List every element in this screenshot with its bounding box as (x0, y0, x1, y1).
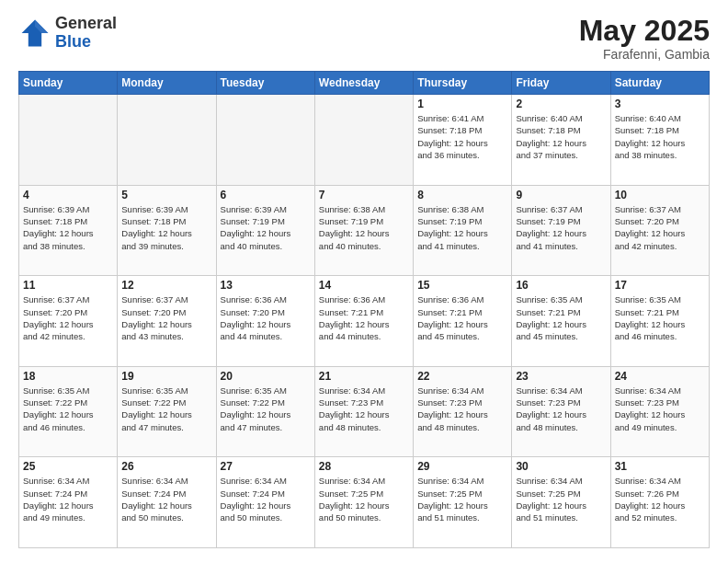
calendar-day-cell: 5Sunrise: 6:39 AM Sunset: 7:18 PM Daylig… (118, 185, 216, 276)
calendar-day-cell (118, 95, 216, 186)
day-info: Sunrise: 6:38 AM Sunset: 7:19 PM Dayligh… (319, 203, 409, 252)
day-info: Sunrise: 6:40 AM Sunset: 7:18 PM Dayligh… (516, 112, 606, 161)
day-number: 13 (221, 279, 311, 292)
day-info: Sunrise: 6:41 AM Sunset: 7:18 PM Dayligh… (417, 112, 507, 161)
calendar-day-cell: 2Sunrise: 6:40 AM Sunset: 7:18 PM Daylig… (512, 95, 610, 186)
calendar-day-cell: 30Sunrise: 6:34 AM Sunset: 7:25 PM Dayli… (512, 457, 610, 548)
calendar-table: SundayMondayTuesdayWednesdayThursdayFrid… (18, 71, 710, 548)
day-number: 4 (23, 189, 113, 201)
weekday-header: Sunday (19, 72, 118, 95)
day-info: Sunrise: 6:39 AM Sunset: 7:18 PM Dayligh… (121, 203, 211, 252)
day-info: Sunrise: 6:34 AM Sunset: 7:24 PM Dayligh… (221, 475, 311, 523)
day-number: 28 (319, 460, 409, 473)
calendar-day-cell: 25Sunrise: 6:34 AM Sunset: 7:24 PM Dayli… (19, 457, 118, 548)
calendar-day-cell: 13Sunrise: 6:36 AM Sunset: 7:20 PM Dayli… (216, 276, 314, 367)
calendar-day-cell: 17Sunrise: 6:35 AM Sunset: 7:21 PM Dayli… (610, 276, 709, 367)
calendar-day-cell: 1Sunrise: 6:41 AM Sunset: 7:18 PM Daylig… (414, 95, 512, 186)
day-number: 11 (23, 279, 113, 292)
day-info: Sunrise: 6:34 AM Sunset: 7:25 PM Dayligh… (319, 475, 409, 523)
day-number: 1 (417, 98, 507, 110)
calendar-header-row: SundayMondayTuesdayWednesdayThursdayFrid… (19, 72, 710, 95)
calendar-day-cell: 21Sunrise: 6:34 AM Sunset: 7:23 PM Dayli… (314, 366, 413, 457)
day-info: Sunrise: 6:35 AM Sunset: 7:22 PM Dayligh… (121, 385, 211, 433)
day-number: 9 (516, 189, 606, 201)
day-info: Sunrise: 6:35 AM Sunset: 7:22 PM Dayligh… (23, 385, 113, 433)
logo-general: General (55, 14, 117, 32)
day-info: Sunrise: 6:37 AM Sunset: 7:19 PM Dayligh… (516, 203, 606, 252)
calendar-day-cell: 11Sunrise: 6:37 AM Sunset: 7:20 PM Dayli… (19, 276, 118, 367)
day-number: 5 (121, 189, 211, 201)
calendar-day-cell: 22Sunrise: 6:34 AM Sunset: 7:23 PM Dayli… (414, 366, 512, 457)
day-number: 7 (319, 189, 409, 201)
day-number: 30 (516, 460, 606, 473)
weekday-header: Wednesday (314, 72, 413, 95)
calendar-day-cell: 7Sunrise: 6:38 AM Sunset: 7:19 PM Daylig… (314, 185, 413, 276)
calendar-day-cell: 26Sunrise: 6:34 AM Sunset: 7:24 PM Dayli… (118, 457, 216, 548)
weekday-header: Saturday (610, 72, 709, 95)
calendar-day-cell: 18Sunrise: 6:35 AM Sunset: 7:22 PM Dayli… (19, 366, 118, 457)
day-info: Sunrise: 6:34 AM Sunset: 7:24 PM Dayligh… (121, 475, 211, 523)
calendar-day-cell: 10Sunrise: 6:37 AM Sunset: 7:20 PM Dayli… (610, 185, 709, 276)
day-info: Sunrise: 6:39 AM Sunset: 7:19 PM Dayligh… (221, 203, 311, 252)
day-number: 31 (615, 460, 705, 473)
day-number: 15 (417, 279, 507, 292)
day-info: Sunrise: 6:38 AM Sunset: 7:19 PM Dayligh… (417, 203, 507, 252)
day-number: 25 (23, 460, 113, 473)
day-number: 29 (417, 460, 507, 473)
page: General Blue May 2025 Farafenni, Gambia … (0, 0, 728, 563)
calendar-day-cell: 29Sunrise: 6:34 AM Sunset: 7:25 PM Dayli… (414, 457, 512, 548)
day-info: Sunrise: 6:36 AM Sunset: 7:20 PM Dayligh… (221, 293, 311, 342)
day-number: 17 (615, 279, 705, 292)
calendar-day-cell: 16Sunrise: 6:35 AM Sunset: 7:21 PM Dayli… (512, 276, 610, 367)
calendar-week-row: 25Sunrise: 6:34 AM Sunset: 7:24 PM Dayli… (19, 457, 710, 548)
day-info: Sunrise: 6:34 AM Sunset: 7:23 PM Dayligh… (516, 385, 606, 433)
logo: General Blue (18, 15, 117, 52)
calendar-day-cell: 9Sunrise: 6:37 AM Sunset: 7:19 PM Daylig… (512, 185, 610, 276)
weekday-header: Monday (118, 72, 216, 95)
day-info: Sunrise: 6:40 AM Sunset: 7:18 PM Dayligh… (615, 112, 705, 161)
calendar-day-cell: 19Sunrise: 6:35 AM Sunset: 7:22 PM Dayli… (118, 366, 216, 457)
day-number: 3 (615, 98, 705, 110)
day-number: 24 (615, 370, 705, 383)
weekday-header: Tuesday (216, 72, 314, 95)
logo-blue: Blue (55, 32, 91, 51)
day-number: 18 (23, 370, 113, 383)
calendar-day-cell (314, 95, 413, 186)
logo-icon (18, 17, 51, 50)
subtitle: Farafenni, Gambia (579, 47, 710, 62)
day-info: Sunrise: 6:37 AM Sunset: 7:20 PM Dayligh… (615, 203, 705, 252)
calendar-day-cell: 6Sunrise: 6:39 AM Sunset: 7:19 PM Daylig… (216, 185, 314, 276)
day-info: Sunrise: 6:35 AM Sunset: 7:22 PM Dayligh… (221, 385, 311, 433)
day-number: 8 (417, 189, 507, 201)
day-info: Sunrise: 6:34 AM Sunset: 7:24 PM Dayligh… (23, 475, 113, 523)
calendar-day-cell (19, 95, 118, 186)
day-info: Sunrise: 6:34 AM Sunset: 7:23 PM Dayligh… (417, 385, 507, 433)
calendar-day-cell: 4Sunrise: 6:39 AM Sunset: 7:18 PM Daylig… (19, 185, 118, 276)
day-number: 10 (615, 189, 705, 201)
day-info: Sunrise: 6:35 AM Sunset: 7:21 PM Dayligh… (615, 293, 705, 342)
header: General Blue May 2025 Farafenni, Gambia (18, 15, 710, 62)
calendar-week-row: 4Sunrise: 6:39 AM Sunset: 7:18 PM Daylig… (19, 185, 710, 276)
weekday-header: Thursday (414, 72, 512, 95)
day-number: 2 (516, 98, 606, 110)
day-info: Sunrise: 6:34 AM Sunset: 7:23 PM Dayligh… (319, 385, 409, 433)
calendar-day-cell: 14Sunrise: 6:36 AM Sunset: 7:21 PM Dayli… (314, 276, 413, 367)
weekday-header: Friday (512, 72, 610, 95)
month-title: May 2025 (579, 15, 710, 47)
day-info: Sunrise: 6:36 AM Sunset: 7:21 PM Dayligh… (417, 293, 507, 342)
calendar-week-row: 11Sunrise: 6:37 AM Sunset: 7:20 PM Dayli… (19, 276, 710, 367)
day-info: Sunrise: 6:34 AM Sunset: 7:25 PM Dayligh… (516, 475, 606, 523)
title-block: May 2025 Farafenni, Gambia (579, 15, 710, 62)
calendar-day-cell: 27Sunrise: 6:34 AM Sunset: 7:24 PM Dayli… (216, 457, 314, 548)
day-number: 22 (417, 370, 507, 383)
calendar-day-cell: 28Sunrise: 6:34 AM Sunset: 7:25 PM Dayli… (314, 457, 413, 548)
day-info: Sunrise: 6:37 AM Sunset: 7:20 PM Dayligh… (121, 293, 211, 342)
day-info: Sunrise: 6:34 AM Sunset: 7:23 PM Dayligh… (615, 385, 705, 433)
day-number: 12 (121, 279, 211, 292)
calendar-day-cell: 15Sunrise: 6:36 AM Sunset: 7:21 PM Dayli… (414, 276, 512, 367)
logo-text: General Blue (55, 15, 117, 52)
day-info: Sunrise: 6:34 AM Sunset: 7:25 PM Dayligh… (417, 475, 507, 523)
calendar-day-cell: 24Sunrise: 6:34 AM Sunset: 7:23 PM Dayli… (610, 366, 709, 457)
day-number: 21 (319, 370, 409, 383)
day-number: 27 (221, 460, 311, 473)
